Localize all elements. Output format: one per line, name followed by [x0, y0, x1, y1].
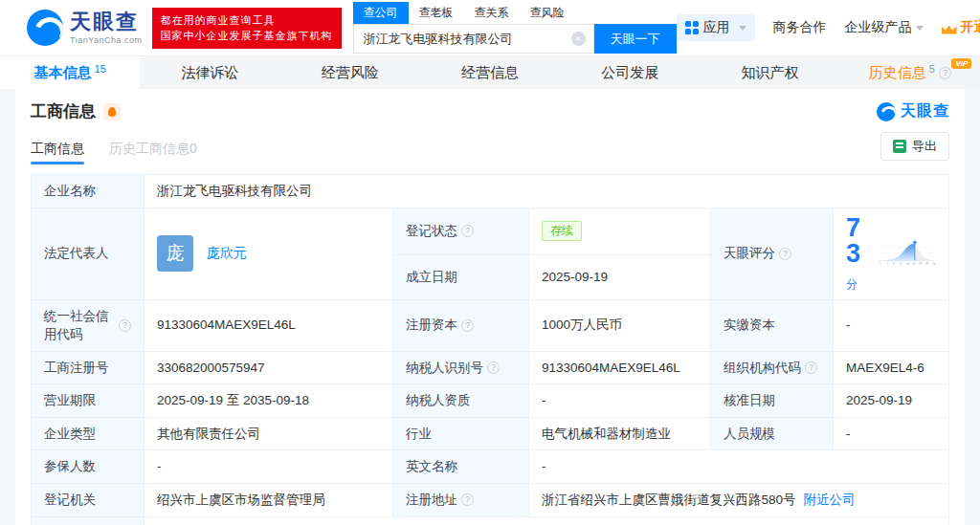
- nav-tab-知识产权[interactable]: 知识产权: [700, 56, 839, 89]
- svg-text:100: 100: [932, 262, 936, 266]
- nearby-companies-link[interactable]: 附近公司: [804, 492, 856, 507]
- table-row: 统一社会信用代码?91330604MAEX9EL46L注册资本?1000万人民币…: [32, 299, 949, 351]
- logo-domain: TianYanCha.com: [70, 35, 143, 45]
- export-label: 导出: [912, 138, 937, 155]
- promo-line-1: 都在用的商业查询工具: [161, 12, 333, 29]
- nav-tab-经营风险[interactable]: 经营风险: [280, 56, 420, 89]
- svg-text:65: 65: [912, 262, 915, 266]
- excel-icon: [893, 140, 906, 153]
- table-row: 参保人数-英文名称-: [32, 450, 949, 484]
- status-badge: 存续: [542, 221, 582, 241]
- nav-tab-公司发展[interactable]: 公司发展: [560, 56, 700, 89]
- established-value: 2025-09-19: [529, 254, 711, 299]
- company-name-value: 浙江龙飞电驱科技有限公司: [145, 175, 949, 208]
- sub-tabs: 工商信息历史工商信息0: [31, 141, 222, 164]
- apps-menu[interactable]: 应用: [677, 14, 755, 41]
- table-row: 营业期限2025-09-19 至 2035-09-18纳税人资质-核准日期202…: [32, 384, 949, 418]
- field-value: 91330604MAEX9EL46L: [529, 351, 711, 384]
- nav-tab-基本信息[interactable]: 基本信息15: [0, 56, 140, 89]
- table-row: 登记机关绍兴市上虞区市场监督管理局注册地址?浙江省绍兴市上虞区曹娥街道复兴西路5…: [32, 483, 949, 516]
- nav-tab-label: 基本信息: [34, 64, 92, 82]
- field-value: 浙江省绍兴市上虞区曹娥街道复兴西路580号附近公司: [529, 483, 949, 516]
- logo-icon: [27, 10, 63, 46]
- table-row: 企业类型其他有限责任公司行业电气机械和器材制造业人员规模-: [32, 417, 949, 450]
- help-icon[interactable]: ?: [487, 361, 500, 374]
- score-cell[interactable]: 73分: [834, 208, 949, 299]
- sub-tab-历史工商信息0[interactable]: 历史工商信息0: [109, 141, 197, 164]
- open-vip-button[interactable]: 开通会员: [942, 19, 980, 36]
- help-icon[interactable]: ?: [805, 361, 817, 374]
- export-button[interactable]: 导出: [880, 132, 949, 161]
- legal-rep-cell: 庞 庞欣元: [145, 208, 393, 299]
- business-scope-value: 一般项目：技术服务、技术开发、技术咨询、技术交流、技术转让、技术推广；工程和技术…: [145, 516, 949, 525]
- reg-status-value: 存续: [529, 208, 711, 254]
- nav-tab-经营信息[interactable]: 经营信息: [420, 56, 560, 89]
- search-button[interactable]: 天眼一下: [594, 24, 677, 54]
- vip-label: 开通会员: [961, 19, 980, 36]
- menu-enterprise[interactable]: 企业级产品: [845, 19, 924, 36]
- business-info-card: 工商信息 天眼查 工商信息历史工商信息0 导出 企业名称 浙江龙飞电驱科技有限公…: [15, 89, 965, 525]
- search-area: 查公司查老板查关系查风险 × 天眼一下: [353, 2, 677, 54]
- brand-name: 天眼查: [901, 101, 949, 121]
- menu-cooperation[interactable]: 商务合作: [773, 19, 827, 36]
- table-row: 经营范围? 一般项目：技术服务、技术开发、技术咨询、技术交流、技术转让、技术推广…: [32, 516, 949, 525]
- help-icon[interactable]: ?: [461, 319, 474, 332]
- svg-text:44: 44: [905, 262, 908, 266]
- field-label: 人员规模: [711, 417, 834, 450]
- apps-label: 应用: [703, 19, 730, 36]
- field-value: 电气机械和器材制造业: [529, 417, 711, 450]
- nav-tab-历史信息[interactable]: 历史信息5?VIP: [840, 56, 980, 89]
- nav-tab-count: 5: [929, 63, 935, 75]
- business-scope-label: 经营范围?: [32, 516, 145, 525]
- field-label: 登记机关: [32, 483, 145, 516]
- field-label: 注册地址?: [393, 483, 529, 516]
- search-box: ×: [353, 24, 594, 54]
- help-icon[interactable]: ?: [939, 67, 951, 79]
- help-icon[interactable]: ?: [779, 248, 791, 260]
- search-tab-查公司[interactable]: 查公司: [353, 2, 409, 24]
- help-icon[interactable]: ?: [461, 225, 474, 237]
- field-label: 统一社会信用代码?: [32, 299, 145, 351]
- field-value: 1000万人民币: [529, 299, 711, 351]
- search-input[interactable]: [364, 32, 571, 46]
- score-label: 天眼评分?: [711, 208, 834, 299]
- field-label: 工商注册号: [32, 351, 145, 384]
- nav-tab-label: 公司发展: [601, 64, 658, 82]
- search-tab-查风险[interactable]: 查风险: [520, 2, 575, 24]
- company-nav-tabs: 基本信息15法律诉讼经营风险经营信息公司发展知识产权历史信息5?VIP: [0, 55, 980, 89]
- score-curve-chart: 0131544658799100: [878, 230, 936, 277]
- sub-tab-工商信息[interactable]: 工商信息: [31, 141, 84, 164]
- field-value: MAEX9EL4-6: [834, 351, 949, 384]
- nav-tab-法律诉讼[interactable]: 法律诉讼: [140, 56, 279, 89]
- field-value: 2025-09-19: [834, 384, 949, 418]
- field-label: 组织机构代码?: [711, 351, 834, 384]
- svg-text:0: 0: [880, 262, 881, 266]
- field-value: 2025-09-19 至 2035-09-18: [145, 384, 393, 418]
- avatar[interactable]: 庞: [157, 235, 193, 272]
- logo-icon: [877, 102, 896, 121]
- nav-tab-count: 15: [95, 63, 106, 75]
- tianyancha-logo[interactable]: 天眼查 TianYanCha.com: [27, 10, 143, 46]
- promo-banner: 都在用的商业查询工具 国家中小企业发展子基金旗下机构: [152, 8, 342, 49]
- field-value: 91330604MAEX9EL46L: [145, 299, 393, 351]
- svg-text:15: 15: [900, 262, 902, 266]
- nav-tab-label: 历史信息: [869, 64, 926, 82]
- svg-text:87: 87: [919, 262, 922, 266]
- legal-rep-link[interactable]: 庞欣元: [207, 245, 247, 260]
- page-background: 工商信息 天眼查 工商信息历史工商信息0 导出 企业名称 浙江龙飞电驱科技有限公…: [0, 89, 980, 525]
- clear-search-icon[interactable]: ×: [571, 32, 586, 46]
- nav-tab-label: 经营信息: [461, 64, 519, 82]
- established-label: 成立日期: [393, 254, 529, 299]
- nav-tab-label: 经营风险: [322, 64, 379, 82]
- search-tab-查老板[interactable]: 查老板: [409, 2, 464, 24]
- field-label: 实缴资本: [711, 299, 834, 351]
- field-value: -: [834, 299, 949, 351]
- field-value: -: [145, 450, 393, 484]
- search-tab-查关系[interactable]: 查关系: [464, 2, 520, 24]
- help-icon[interactable]: ?: [119, 319, 131, 332]
- business-info-table: 企业名称 浙江龙飞电驱科技有限公司 法定代表人 庞 庞欣元 登记状态? 存续 天…: [31, 174, 949, 525]
- field-label: 企业类型: [32, 417, 145, 450]
- field-label: 营业期限: [32, 384, 145, 418]
- help-icon[interactable]: ?: [461, 493, 474, 506]
- field-value: 绍兴市上虞区市场监督管理局: [145, 483, 393, 516]
